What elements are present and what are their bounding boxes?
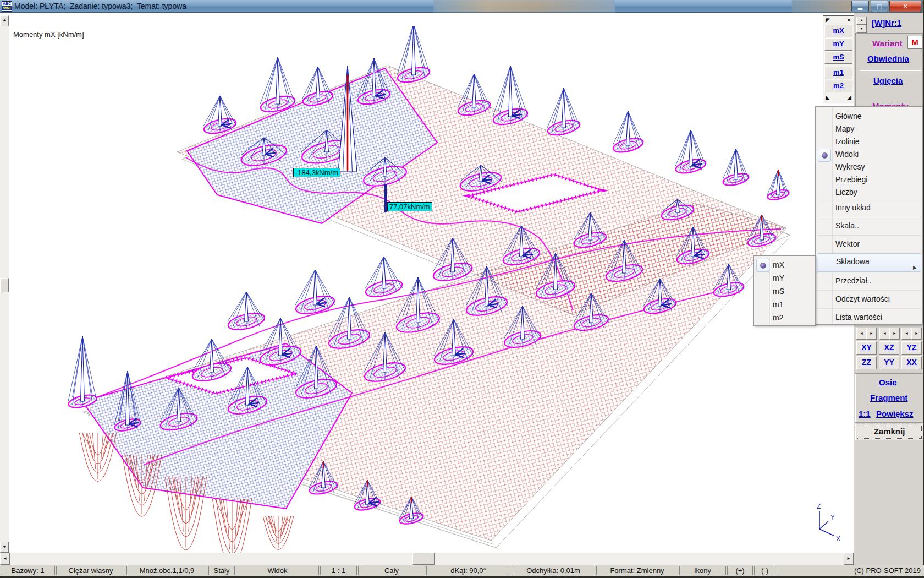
menu-item-lista-wartosci[interactable]: Lista wartości: [817, 308, 921, 326]
view-yy-button[interactable]: YY: [879, 356, 899, 369]
close-button[interactable]: ✕: [889, 1, 921, 12]
status-ciezar[interactable]: Ciężar własny: [56, 566, 125, 575]
axis-indicator: Z Y X: [809, 489, 847, 544]
skladowa-submenu: mX mY mS m1 m2: [754, 255, 816, 326]
zamknij-button[interactable]: Zamknij: [855, 424, 923, 440]
view-xz-button[interactable]: XZ: [879, 341, 899, 355]
rotate-xz-minus[interactable]: ◄: [879, 328, 890, 340]
arrow-up-icon: ▲: [860, 18, 864, 22]
menu-item-odczyt-wartosci[interactable]: Odczyt wartości: [817, 290, 921, 308]
component-m1-button[interactable]: m1: [824, 67, 853, 79]
arrow-down-icon: ▼: [860, 26, 864, 30]
view-mode-label: Momenty mX [kNm/m]: [13, 30, 84, 39]
menu-item-glowne[interactable]: Główne: [816, 110, 922, 123]
menu-item-przedzial[interactable]: Przedział..: [817, 272, 921, 290]
desktop-wallpaper-patch: [433, 0, 615, 12]
app-icon: ABC WNI: [2, 1, 12, 12]
component-m2-button[interactable]: m2: [824, 80, 853, 92]
arrow-up-icon: ▲: [2, 18, 7, 23]
status-mnoz[interactable]: Mnoż.obc.1,1/0,9: [127, 566, 207, 575]
variant-spin-down[interactable]: ▼: [856, 25, 867, 33]
focus-rect: [857, 426, 922, 439]
component-my-button[interactable]: mY: [824, 38, 853, 51]
menu-item-liczby[interactable]: Liczby: [816, 186, 922, 199]
view-zz-button[interactable]: ZZ: [856, 356, 877, 369]
arrow-left-icon: ◄: [860, 331, 864, 335]
variant-spin-up[interactable]: ▲: [856, 17, 867, 25]
window-title: Model: PŁYTA; Zadanie: typowa3; Temat: t…: [14, 2, 186, 10]
fragment-link[interactable]: Fragment: [870, 393, 908, 402]
one-to-one-link[interactable]: 1:1: [859, 409, 871, 418]
view-xx-button[interactable]: XX: [901, 356, 922, 369]
powieksz-link[interactable]: Powiększ: [876, 409, 914, 418]
rotate-yz-minus[interactable]: ◄: [901, 328, 912, 340]
toolbar-close-icon[interactable]: ✕: [847, 16, 851, 24]
rotate-yz-plus[interactable]: ►: [911, 328, 922, 340]
menu-item-mapy[interactable]: Mapy: [816, 123, 922, 135]
menu-item-przebiegi[interactable]: Przebiegi: [816, 173, 922, 186]
maximize-button[interactable]: ▢: [871, 1, 888, 12]
status-dkat[interactable]: dKąt: 90,0°: [426, 566, 510, 575]
status-widok[interactable]: Widok: [236, 566, 319, 575]
menu-item-skala[interactable]: Skala..: [817, 217, 921, 235]
toolbar-pin-icon[interactable]: ◤: [826, 16, 830, 24]
minimize-icon: ▂: [858, 3, 862, 9]
obwiednia-link[interactable]: Obwiednia: [867, 54, 909, 63]
arrow-right-icon: ►: [846, 556, 851, 561]
wariant-number-link[interactable]: [W]Nr:1: [872, 18, 901, 28]
horizontal-scroll-thumb[interactable]: [413, 553, 435, 565]
radio-selected-icon: [756, 259, 769, 272]
submenu-item-m1[interactable]: m1: [754, 298, 815, 311]
vertical-scrollbar[interactable]: ▲ ▼: [0, 15, 9, 553]
submenu-item-m2[interactable]: m2: [754, 311, 815, 324]
arrow-down-icon: ▼: [2, 544, 7, 549]
title-bar: ABC WNI Model: PŁYTA; Zadanie: typowa3; …: [0, 0, 924, 13]
status-plus[interactable]: (+): [727, 566, 753, 575]
component-ms-button[interactable]: mS: [824, 51, 853, 64]
vertical-scroll-thumb[interactable]: [0, 278, 9, 292]
arrow-left-icon: ◄: [905, 331, 909, 335]
close-icon: ✕: [903, 3, 908, 9]
menu-item-izolinie[interactable]: Izolinie: [816, 135, 922, 148]
status-ikony[interactable]: Ikony: [679, 566, 726, 575]
toolbar-resize-se-icon[interactable]: ◢: [847, 93, 851, 101]
plot-canvas[interactable]: Momenty mX [kNm/m] -184,3kNm/m 77,07kNm/…: [0, 13, 854, 565]
minimize-button[interactable]: ▂: [851, 1, 869, 12]
status-staly[interactable]: Stały: [208, 566, 235, 575]
scroll-down-button[interactable]: ▼: [0, 542, 9, 553]
component-mx-button[interactable]: mX: [824, 25, 853, 37]
submenu-item-my[interactable]: mY: [754, 271, 815, 285]
m-badge-button[interactable]: M: [908, 36, 922, 49]
status-copyright: (C) PRO-SOFT 2019: [777, 566, 923, 575]
axis-y-label: Y: [831, 514, 835, 521]
status-skala[interactable]: 1 : 1: [320, 566, 357, 575]
status-bar: Bazowy: 1 Ciężar własny Mnoż.obc.1,1/0,9…: [0, 565, 924, 577]
view-yz-button[interactable]: YZ: [901, 341, 922, 355]
status-bazowy[interactable]: Bazowy: 1: [1, 566, 55, 575]
submenu-item-mx[interactable]: mX: [754, 258, 815, 271]
menu-item-inny-uklad[interactable]: Inny układ: [817, 199, 921, 217]
osie-link[interactable]: Osie: [879, 378, 897, 387]
rotate-xz-plus[interactable]: ►: [889, 328, 900, 340]
menu-item-skladowa[interactable]: Składowa ▶: [817, 253, 921, 272]
ugiecia-link[interactable]: Ugięcia: [873, 76, 903, 85]
rotate-xy-minus[interactable]: ◄: [856, 328, 867, 340]
radio-selected-icon: [818, 149, 831, 162]
scroll-left-button[interactable]: ◄: [0, 553, 10, 565]
wariant-link[interactable]: Wariant: [872, 39, 902, 48]
status-odchylka[interactable]: Odchyłka: 0,01m: [512, 566, 595, 575]
menu-item-wykresy[interactable]: Wykresy: [816, 161, 922, 173]
scroll-up-button[interactable]: ▲: [0, 15, 9, 26]
menu-item-widoki[interactable]: Widoki: [816, 148, 922, 161]
status-minus[interactable]: (-): [754, 566, 776, 575]
rotate-xy-plus[interactable]: ►: [866, 328, 877, 340]
view-xy-button[interactable]: XY: [856, 341, 877, 355]
toolbar-resize-sw-icon[interactable]: ◣: [826, 93, 830, 101]
status-format[interactable]: Format: Zmienny: [596, 566, 678, 575]
status-caly[interactable]: Cały: [358, 566, 425, 575]
menu-item-wektor[interactable]: Wektor: [817, 235, 921, 253]
context-menu: Główne Mapy Izolinie Widoki Wykresy Prze…: [815, 106, 923, 325]
scroll-right-button[interactable]: ►: [844, 553, 854, 565]
horizontal-scrollbar[interactable]: ◄ ►: [0, 553, 854, 565]
submenu-item-ms[interactable]: mS: [754, 285, 815, 298]
